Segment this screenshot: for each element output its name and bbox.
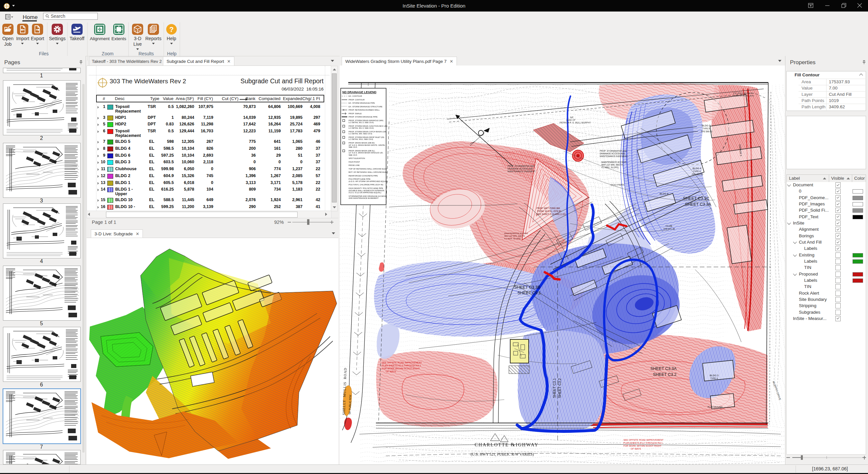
svg-text:SHEET C9.1: SHEET C9.1 bbox=[518, 291, 541, 295]
svg-text:(A.D.S. HP STORM OR APPROVED E: (A.D.S. HP STORM OR APPROVED EQUAL) bbox=[349, 180, 388, 182]
svg-text:18" A.D.S. DRAIN BASIN W/STD.: 18" A.D.S. DRAIN BASIN W/STD. GRATE; bbox=[349, 144, 385, 146]
svg-text:PROP. SWALE: PROP. SWALE bbox=[349, 113, 362, 115]
svg-text:PROP. STORMWATER AND: PROP. STORMWATER AND bbox=[600, 150, 627, 152]
svg-text:FFE 600.00: FFE 600.00 bbox=[692, 173, 703, 176]
svg-text:STORMWATER AND DRAINAGE ACCESS: STORMWATER AND DRAINAGE ACCESS bbox=[349, 195, 386, 197]
svg-text:LC DETAIL 305; SEE C6.6): LC DETAIL 305; SEE C6.6) bbox=[349, 133, 372, 135]
svg-text:PROP. WET POND BM.: PROP. WET POND BM. bbox=[536, 207, 561, 209]
svg-text:SHEET C3.3A: SHEET C3.3A bbox=[685, 202, 711, 207]
svg-text:BOT. OF RETAINING WALL GROUND: BOT. OF RETAINING WALL GROUND ELEV. bbox=[349, 171, 388, 173]
svg-text:MAINTENANCE EASEMENT: MAINTENANCE EASEMENT bbox=[600, 155, 628, 157]
svg-text:MAINTENANCE EASEMENT: MAINTENANCE EASEMENT bbox=[507, 170, 535, 172]
svg-text:PLAN SHEETS R1.0 THROUGH R4.1: PLAN SHEETS R1.0 THROUGH R4.1 bbox=[623, 442, 662, 444]
svg-text:BLDG 3: BLDG 3 bbox=[710, 374, 719, 377]
svg-text:SHEET C3.2: SHEET C3.2 bbox=[558, 378, 562, 398]
svg-text:POLYVINYL CHLORIDE PIPE (SCH 4: POLYVINYL CHLORIDE PIPE (SCH 40) bbox=[349, 184, 383, 186]
svg-text:SEE OFFSITE ROAD IMPROVEMENT: SEE OFFSITE ROAD IMPROVEMENT bbox=[623, 439, 663, 441]
svg-text:POLYPROPYLENE PIPE: POLYPROPYLENE PIPE bbox=[349, 178, 370, 180]
svg-text:12" A.D.S. DRAIN BASIN W/SOLID: 12" A.D.S. DRAIN BASIN W/SOLID LID; bbox=[349, 152, 383, 154]
svg-text:WAY (10' MIN. WIDTH;: WAY (10' MIN. WIDTH; bbox=[601, 164, 623, 166]
svg-text:(U.S. HWY 521, PUBLIC R/W VARI: (U.S. HWY 521, PUBLIC R/W VARIES) bbox=[471, 452, 534, 456]
svg-text:BLDG 6: BLDG 6 bbox=[660, 192, 669, 195]
svg-text:TYPE 4: TYPE 4 bbox=[710, 377, 718, 380]
svg-text:BLDG 4: BLDG 4 bbox=[692, 167, 702, 170]
svg-text:LC DETAIL 301.3; SEE C6.6): LC DETAIL 301.3; SEE C6.6) bbox=[349, 122, 374, 123]
svg-text:BLDG 5: BLDG 5 bbox=[702, 124, 711, 127]
svg-text:HIGH DENSITY POLYETHYLENE PIPE: HIGH DENSITY POLYETHYLENE PIPE bbox=[349, 187, 383, 189]
svg-text:PROP. STORM DRAIN JUNCTION BOX: PROP. STORM DRAIN JUNCTION BOX (JB) bbox=[349, 125, 388, 127]
svg-text:PERM. W.S.EL.=576.50: PERM. W.S.EL.=576.50 bbox=[537, 210, 561, 212]
svg-text:FFE 599.50: FFE 599.50 bbox=[701, 130, 712, 133]
svg-text:FOR WORK WITHIN SCDOT RIGHT: FOR WORK WITHIN SCDOT RIGHT bbox=[623, 445, 662, 447]
svg-text:EX. STORM DRAINAGE STRUCTURE: EX. STORM DRAINAGE STRUCTURE bbox=[349, 106, 382, 108]
svg-text:DOG PARK: DOG PARK bbox=[611, 183, 624, 186]
svg-text:4:1 MAX. SLOPE): 4:1 MAX. SLOPE) bbox=[601, 166, 619, 169]
svg-text:PATRICIA R. G. MULL MURPHY: PATRICIA R. G. MULL MURPHY bbox=[560, 122, 591, 124]
svg-text:FFE 601.45: FFE 601.45 bbox=[663, 228, 675, 230]
svg-text:SHEET C3.3B: SHEET C3.3B bbox=[514, 285, 540, 290]
svg-text:SHEET C3.1: SHEET C3.1 bbox=[552, 378, 556, 398]
svg-text:LC DETAIL 301.3; SEE C6.6): LC DETAIL 301.3; SEE C6.6) bbox=[349, 127, 374, 129]
svg-text:LC DETAIL 3011; SEE C6.6): LC DETAIL 3011; SEE C6.6) bbox=[349, 138, 373, 140]
svg-text:PROP. CONTOUR: PROP. CONTOUR bbox=[349, 99, 365, 101]
svg-text:P.B. #5013-06-052.00: P.B. #5013-06-052.00 bbox=[733, 92, 753, 94]
svg-text:3: 3 bbox=[135, 29, 136, 32]
svg-text:SHEET C3.2: SHEET C3.2 bbox=[653, 372, 676, 377]
svg-text:SEE C6.5: SEE C6.5 bbox=[349, 146, 358, 148]
svg-text:MAINTENANCE ACCESS: MAINTENANCE ACCESS bbox=[601, 161, 626, 163]
svg-text:HIGH POINT: HIGH POINT bbox=[349, 161, 360, 163]
svg-text:SHEET C3.3C: SHEET C3.3C bbox=[683, 196, 709, 201]
svg-text:A.D.S. N-12 OR APPROVED EQUAL): A.D.S. N-12 OR APPROVED EQUAL) bbox=[349, 192, 381, 194]
svg-text:PROP. STORM DRAINAGE PIPE: PROP. STORM DRAINAGE PIPE bbox=[349, 116, 377, 118]
svg-text:EX. CONTOUR: EX. CONTOUR bbox=[349, 95, 362, 97]
svg-text:PROP. STORM DRAIN CATCH BASIN: PROP. STORM DRAIN CATCH BASIN (CB) bbox=[349, 131, 386, 133]
svg-text:PLAN SHEETS R1.0 THROUGH R4.1: PLAN SHEETS R1.0 THROUGH R4.1 bbox=[382, 365, 421, 367]
svg-text:TOP OF RETAINING WALL GROUND E: TOP OF RETAINING WALL GROUND ELEV. bbox=[349, 168, 388, 170]
svg-text:PROP. STORM DRAIN DROP INLET (: PROP. STORM DRAIN DROP INLET (DI) bbox=[349, 136, 384, 138]
svg-text:TYPE 5: TYPE 5 bbox=[703, 127, 710, 130]
svg-text:4:1 MAX. SLOPE): 4:1 MAX. SLOPE) bbox=[504, 237, 521, 240]
svg-text:ND DRAINAGE LEGEND: ND DRAINAGE LEGEND bbox=[342, 91, 377, 94]
svg-text:OF WAYS: OF WAYS bbox=[386, 370, 396, 373]
svg-text:WAY (10' MIN. WIDTH;: WAY (10' MIN. WIDTH; bbox=[504, 235, 525, 237]
svg-text:(SEE SHEET C.10 AND C.11): (SEE SHEET C.10 AND C.11) bbox=[536, 213, 565, 216]
svg-text:RIDGE LINE: RIDGE LINE bbox=[349, 164, 360, 166]
svg-text:DEED BK-86, PG-3879: DEED BK-86, PG-3879 bbox=[733, 95, 754, 97]
svg-text:CHARLOTTE ℞IGHWAY: CHARLOTTE ℞IGHWAY bbox=[475, 442, 538, 447]
svg-text:PROP. STORMWATER AND: PROP. STORMWATER AND bbox=[507, 165, 535, 167]
svg-text:PROP. DRAIN BASIN (DB-SL): PROP. DRAIN BASIN (DB-SL) bbox=[349, 150, 375, 152]
svg-text:SPOT ELEVATION: SPOT ELEVATION bbox=[349, 157, 365, 159]
svg-text:N/F: N/F bbox=[570, 116, 574, 119]
svg-text:PLAYGROUND: PLAYGROUND bbox=[708, 406, 722, 408]
svg-text:DRAINAGE ACCESS AND: DRAINAGE ACCESS AND bbox=[507, 167, 533, 170]
svg-text:?: ? bbox=[169, 25, 174, 34]
svg-text:SEE C6.5: SEE C6.5 bbox=[349, 154, 358, 156]
svg-text:PROP. STORM DRAIN MANHOLE (MH): PROP. STORM DRAIN MANHOLE (MH) bbox=[349, 120, 383, 122]
svg-text:LAND OF: LAND OF bbox=[566, 119, 576, 121]
svg-text:AND MAINTENANCE EASEMENT: AND MAINTENANCE EASEMENT bbox=[349, 197, 378, 199]
svg-text:PROP. RETAINING/SCREEN WALL: PROP. RETAINING/SCREEN WALL bbox=[349, 109, 380, 111]
svg-text:SEE OFFSITE ROAD IMPROVEMENT: SEE OFFSITE ROAD IMPROVEMENT bbox=[382, 361, 422, 364]
svg-text:CLUB: CLUB bbox=[665, 224, 672, 227]
svg-text:MAINTENANCE ACCESS: MAINTENANCE ACCESS bbox=[504, 232, 528, 234]
svg-text:EX. STORM DRAINAGE PIPE: EX. STORM DRAINAGE PIPE bbox=[349, 102, 375, 104]
svg-text:PROP. DRAIN BASIN (DB-50): PROP. DRAIN BASIN (DB-50) bbox=[349, 142, 375, 144]
svg-text:(DOUBLE WALL W/SMOOTH INTERIOR: (DOUBLE WALL W/SMOOTH INTERIOR; bbox=[349, 190, 385, 192]
svg-text:OF WAYS: OF WAYS bbox=[631, 448, 641, 450]
svg-text:FOR WORK WITHIN SCDOT RIGHT: FOR WORK WITHIN SCDOT RIGHT bbox=[382, 367, 420, 370]
svg-text:DRAINAGE ACCESS AND: DRAINAGE ACCESS AND bbox=[600, 152, 625, 155]
svg-text:D: D bbox=[138, 29, 141, 32]
svg-text:REINFORCED CONCRETE PIPE: REINFORCED CONCRETE PIPE bbox=[349, 175, 378, 177]
svg-text:SHEET C3.3A: SHEET C3.3A bbox=[650, 366, 677, 371]
svg-text:TYPE 4: TYPE 4 bbox=[693, 170, 701, 172]
